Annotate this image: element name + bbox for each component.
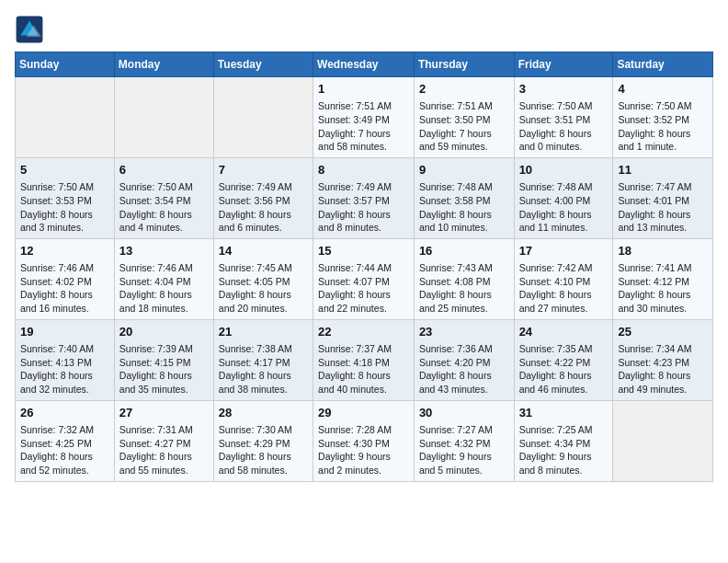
- day-info: Sunrise: 7:34 AM Sunset: 4:23 PM Dayligh…: [618, 342, 708, 396]
- day-number: 9: [419, 162, 509, 178]
- day-number: 18: [618, 243, 708, 259]
- day-cell: [213, 77, 313, 158]
- day-info: Sunrise: 7:36 AM Sunset: 4:20 PM Dayligh…: [419, 342, 509, 396]
- day-cell: 17Sunrise: 7:42 AM Sunset: 4:10 PM Dayli…: [514, 238, 613, 319]
- day-cell: 8Sunrise: 7:49 AM Sunset: 3:57 PM Daylig…: [313, 157, 415, 238]
- day-cell: 21Sunrise: 7:38 AM Sunset: 4:17 PM Dayli…: [213, 319, 313, 400]
- day-cell: 18Sunrise: 7:41 AM Sunset: 4:12 PM Dayli…: [613, 238, 713, 319]
- day-number: 17: [519, 243, 609, 259]
- day-cell: 29Sunrise: 7:28 AM Sunset: 4:30 PM Dayli…: [313, 400, 415, 481]
- week-row-4: 19Sunrise: 7:40 AM Sunset: 4:13 PM Dayli…: [16, 319, 713, 400]
- day-number: 22: [318, 324, 409, 340]
- day-number: 28: [219, 405, 308, 421]
- day-info: Sunrise: 7:51 AM Sunset: 3:49 PM Dayligh…: [318, 99, 409, 154]
- day-cell: 6Sunrise: 7:50 AM Sunset: 3:54 PM Daylig…: [114, 157, 213, 238]
- day-number: 29: [318, 405, 409, 421]
- day-number: 13: [119, 243, 209, 259]
- day-number: 21: [219, 324, 308, 340]
- header-cell-wednesday: Wednesday: [313, 52, 415, 77]
- day-number: 16: [419, 243, 509, 259]
- day-info: Sunrise: 7:38 AM Sunset: 4:17 PM Dayligh…: [219, 342, 308, 396]
- day-cell: 26Sunrise: 7:32 AM Sunset: 4:25 PM Dayli…: [16, 400, 115, 481]
- day-number: 10: [519, 162, 609, 178]
- day-info: Sunrise: 7:31 AM Sunset: 4:27 PM Dayligh…: [119, 423, 209, 477]
- day-number: 11: [618, 162, 708, 178]
- day-number: 19: [20, 324, 109, 340]
- day-number: 26: [20, 405, 109, 421]
- day-info: Sunrise: 7:46 AM Sunset: 4:04 PM Dayligh…: [119, 261, 209, 316]
- day-cell: 19Sunrise: 7:40 AM Sunset: 4:13 PM Dayli…: [16, 319, 115, 400]
- day-cell: 12Sunrise: 7:46 AM Sunset: 4:02 PM Dayli…: [16, 238, 115, 319]
- day-number: 14: [219, 243, 308, 259]
- day-cell: [16, 77, 115, 158]
- calendar-header: SundayMondayTuesdayWednesdayThursdayFrid…: [16, 52, 713, 77]
- header-cell-thursday: Thursday: [414, 52, 514, 77]
- day-info: Sunrise: 7:43 AM Sunset: 4:08 PM Dayligh…: [419, 261, 509, 316]
- header-cell-tuesday: Tuesday: [213, 52, 313, 77]
- day-number: 30: [419, 405, 509, 421]
- day-cell: 4Sunrise: 7:50 AM Sunset: 3:52 PM Daylig…: [613, 77, 713, 158]
- day-cell: 27Sunrise: 7:31 AM Sunset: 4:27 PM Dayli…: [114, 400, 213, 481]
- week-row-1: 1Sunrise: 7:51 AM Sunset: 3:49 PM Daylig…: [16, 77, 713, 158]
- day-number: 8: [318, 162, 409, 178]
- day-info: Sunrise: 7:49 AM Sunset: 3:57 PM Dayligh…: [318, 180, 409, 235]
- day-cell: 13Sunrise: 7:46 AM Sunset: 4:04 PM Dayli…: [114, 238, 213, 319]
- day-info: Sunrise: 7:41 AM Sunset: 4:12 PM Dayligh…: [618, 261, 708, 316]
- day-number: 4: [618, 81, 708, 98]
- day-cell: 23Sunrise: 7:36 AM Sunset: 4:20 PM Dayli…: [414, 319, 514, 400]
- day-info: Sunrise: 7:35 AM Sunset: 4:22 PM Dayligh…: [519, 342, 609, 396]
- day-number: 3: [519, 81, 609, 98]
- day-cell: 22Sunrise: 7:37 AM Sunset: 4:18 PM Dayli…: [313, 319, 415, 400]
- day-info: Sunrise: 7:50 AM Sunset: 3:52 PM Dayligh…: [618, 99, 708, 154]
- day-info: Sunrise: 7:44 AM Sunset: 4:07 PM Dayligh…: [318, 261, 409, 316]
- day-info: Sunrise: 7:28 AM Sunset: 4:30 PM Dayligh…: [318, 423, 409, 477]
- header-cell-monday: Monday: [114, 52, 213, 77]
- header-cell-sunday: Sunday: [16, 52, 115, 77]
- day-number: 31: [519, 405, 609, 421]
- day-info: Sunrise: 7:50 AM Sunset: 3:54 PM Dayligh…: [119, 180, 209, 235]
- day-cell: 3Sunrise: 7:50 AM Sunset: 3:51 PM Daylig…: [514, 77, 613, 158]
- week-row-2: 5Sunrise: 7:50 AM Sunset: 3:53 PM Daylig…: [16, 157, 713, 238]
- logo-icon: [15, 15, 44, 44]
- day-info: Sunrise: 7:51 AM Sunset: 3:50 PM Dayligh…: [419, 99, 509, 154]
- day-number: 6: [119, 162, 209, 178]
- day-cell: [114, 77, 213, 158]
- day-number: 24: [519, 324, 609, 340]
- day-number: 5: [20, 162, 109, 178]
- day-number: 2: [419, 81, 509, 98]
- day-cell: 15Sunrise: 7:44 AM Sunset: 4:07 PM Dayli…: [313, 238, 415, 319]
- day-cell: 31Sunrise: 7:25 AM Sunset: 4:34 PM Dayli…: [514, 400, 613, 481]
- day-info: Sunrise: 7:46 AM Sunset: 4:02 PM Dayligh…: [20, 261, 109, 316]
- day-cell: 9Sunrise: 7:48 AM Sunset: 3:58 PM Daylig…: [414, 157, 514, 238]
- day-cell: 11Sunrise: 7:47 AM Sunset: 4:01 PM Dayli…: [613, 157, 713, 238]
- day-number: 23: [419, 324, 509, 340]
- week-row-5: 26Sunrise: 7:32 AM Sunset: 4:25 PM Dayli…: [16, 400, 713, 481]
- day-info: Sunrise: 7:50 AM Sunset: 3:51 PM Dayligh…: [519, 99, 609, 154]
- day-info: Sunrise: 7:37 AM Sunset: 4:18 PM Dayligh…: [318, 342, 409, 396]
- day-number: 20: [119, 324, 209, 340]
- calendar-table: SundayMondayTuesdayWednesdayThursdayFrid…: [15, 52, 713, 482]
- header-cell-saturday: Saturday: [613, 52, 713, 77]
- day-number: 7: [219, 162, 308, 178]
- day-cell: 5Sunrise: 7:50 AM Sunset: 3:53 PM Daylig…: [16, 157, 115, 238]
- day-number: 1: [318, 81, 409, 98]
- day-cell: 14Sunrise: 7:45 AM Sunset: 4:05 PM Dayli…: [213, 238, 313, 319]
- day-info: Sunrise: 7:25 AM Sunset: 4:34 PM Dayligh…: [519, 423, 609, 477]
- page-header: [15, 15, 713, 44]
- day-info: Sunrise: 7:30 AM Sunset: 4:29 PM Dayligh…: [219, 423, 308, 477]
- logo: [15, 15, 48, 44]
- day-cell: 28Sunrise: 7:30 AM Sunset: 4:29 PM Dayli…: [213, 400, 313, 481]
- day-info: Sunrise: 7:40 AM Sunset: 4:13 PM Dayligh…: [20, 342, 109, 396]
- day-cell: 25Sunrise: 7:34 AM Sunset: 4:23 PM Dayli…: [613, 319, 713, 400]
- day-info: Sunrise: 7:32 AM Sunset: 4:25 PM Dayligh…: [20, 423, 109, 477]
- day-number: 25: [618, 324, 708, 340]
- header-cell-friday: Friday: [514, 52, 613, 77]
- day-cell: 30Sunrise: 7:27 AM Sunset: 4:32 PM Dayli…: [414, 400, 514, 481]
- day-cell: 20Sunrise: 7:39 AM Sunset: 4:15 PM Dayli…: [114, 319, 213, 400]
- day-number: 15: [318, 243, 409, 259]
- day-cell: 16Sunrise: 7:43 AM Sunset: 4:08 PM Dayli…: [414, 238, 514, 319]
- day-number: 27: [119, 405, 209, 421]
- day-info: Sunrise: 7:49 AM Sunset: 3:56 PM Dayligh…: [219, 180, 308, 235]
- day-cell: 1Sunrise: 7:51 AM Sunset: 3:49 PM Daylig…: [313, 77, 415, 158]
- day-cell: 2Sunrise: 7:51 AM Sunset: 3:50 PM Daylig…: [414, 77, 514, 158]
